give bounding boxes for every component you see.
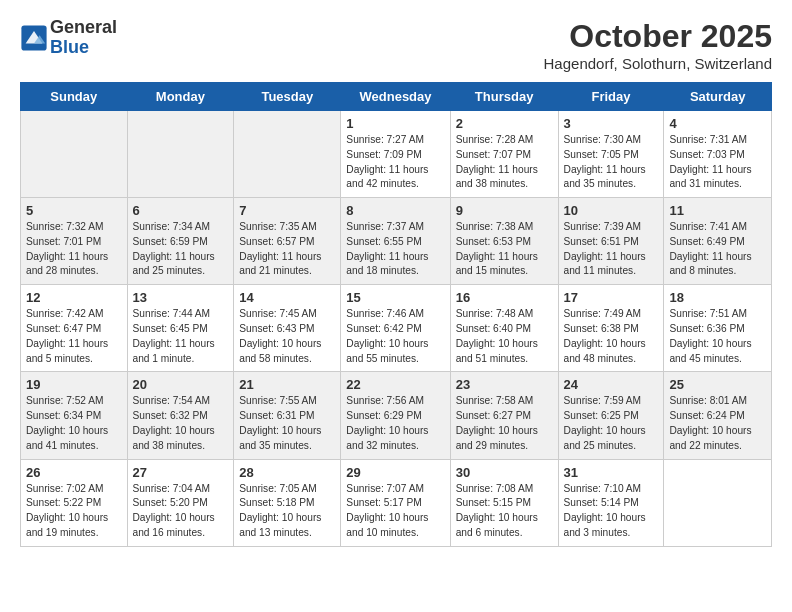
day-info: Sunrise: 7:58 AMSunset: 6:27 PMDaylight:… xyxy=(456,394,553,453)
day-info: Sunrise: 7:02 AMSunset: 5:22 PMDaylight:… xyxy=(26,482,122,541)
day-info: Sunrise: 7:10 AMSunset: 5:14 PMDaylight:… xyxy=(564,482,659,541)
day-info: Sunrise: 7:28 AMSunset: 7:07 PMDaylight:… xyxy=(456,133,553,192)
day-info: Sunrise: 7:31 AMSunset: 7:03 PMDaylight:… xyxy=(669,133,766,192)
table-row: 12Sunrise: 7:42 AMSunset: 6:47 PMDayligh… xyxy=(21,285,128,372)
table-row: 10Sunrise: 7:39 AMSunset: 6:51 PMDayligh… xyxy=(558,198,664,285)
table-row: 17Sunrise: 7:49 AMSunset: 6:38 PMDayligh… xyxy=(558,285,664,372)
day-number: 31 xyxy=(564,465,659,480)
location-title: Hagendorf, Solothurn, Switzerland xyxy=(544,55,772,72)
col-sunday: Sunday xyxy=(21,83,128,111)
calendar-week-row: 26Sunrise: 7:02 AMSunset: 5:22 PMDayligh… xyxy=(21,459,772,546)
day-info: Sunrise: 7:51 AMSunset: 6:36 PMDaylight:… xyxy=(669,307,766,366)
day-info: Sunrise: 7:52 AMSunset: 6:34 PMDaylight:… xyxy=(26,394,122,453)
day-info: Sunrise: 7:38 AMSunset: 6:53 PMDaylight:… xyxy=(456,220,553,279)
day-info: Sunrise: 7:30 AMSunset: 7:05 PMDaylight:… xyxy=(564,133,659,192)
day-info: Sunrise: 7:35 AMSunset: 6:57 PMDaylight:… xyxy=(239,220,335,279)
day-info: Sunrise: 7:32 AMSunset: 7:01 PMDaylight:… xyxy=(26,220,122,279)
table-row: 23Sunrise: 7:58 AMSunset: 6:27 PMDayligh… xyxy=(450,372,558,459)
table-row: 26Sunrise: 7:02 AMSunset: 5:22 PMDayligh… xyxy=(21,459,128,546)
day-number: 3 xyxy=(564,116,659,131)
day-number: 8 xyxy=(346,203,444,218)
day-number: 17 xyxy=(564,290,659,305)
logo-text: General Blue xyxy=(50,18,117,58)
table-row: 6Sunrise: 7:34 AMSunset: 6:59 PMDaylight… xyxy=(127,198,234,285)
table-row: 27Sunrise: 7:04 AMSunset: 5:20 PMDayligh… xyxy=(127,459,234,546)
table-row: 15Sunrise: 7:46 AMSunset: 6:42 PMDayligh… xyxy=(341,285,450,372)
table-row: 11Sunrise: 7:41 AMSunset: 6:49 PMDayligh… xyxy=(664,198,772,285)
day-number: 23 xyxy=(456,377,553,392)
day-info: Sunrise: 7:41 AMSunset: 6:49 PMDaylight:… xyxy=(669,220,766,279)
day-info: Sunrise: 7:46 AMSunset: 6:42 PMDaylight:… xyxy=(346,307,444,366)
day-info: Sunrise: 7:27 AMSunset: 7:09 PMDaylight:… xyxy=(346,133,444,192)
day-number: 30 xyxy=(456,465,553,480)
col-monday: Monday xyxy=(127,83,234,111)
day-info: Sunrise: 7:37 AMSunset: 6:55 PMDaylight:… xyxy=(346,220,444,279)
table-row: 1Sunrise: 7:27 AMSunset: 7:09 PMDaylight… xyxy=(341,111,450,198)
calendar-table: Sunday Monday Tuesday Wednesday Thursday… xyxy=(20,82,772,547)
table-row: 25Sunrise: 8:01 AMSunset: 6:24 PMDayligh… xyxy=(664,372,772,459)
day-number: 18 xyxy=(669,290,766,305)
day-info: Sunrise: 7:04 AMSunset: 5:20 PMDaylight:… xyxy=(133,482,229,541)
day-number: 14 xyxy=(239,290,335,305)
day-number: 21 xyxy=(239,377,335,392)
day-info: Sunrise: 7:34 AMSunset: 6:59 PMDaylight:… xyxy=(133,220,229,279)
day-number: 2 xyxy=(456,116,553,131)
table-row: 24Sunrise: 7:59 AMSunset: 6:25 PMDayligh… xyxy=(558,372,664,459)
col-wednesday: Wednesday xyxy=(341,83,450,111)
col-tuesday: Tuesday xyxy=(234,83,341,111)
table-row: 7Sunrise: 7:35 AMSunset: 6:57 PMDaylight… xyxy=(234,198,341,285)
table-row: 29Sunrise: 7:07 AMSunset: 5:17 PMDayligh… xyxy=(341,459,450,546)
table-row: 2Sunrise: 7:28 AMSunset: 7:07 PMDaylight… xyxy=(450,111,558,198)
table-row: 28Sunrise: 7:05 AMSunset: 5:18 PMDayligh… xyxy=(234,459,341,546)
day-info: Sunrise: 7:05 AMSunset: 5:18 PMDaylight:… xyxy=(239,482,335,541)
day-number: 26 xyxy=(26,465,122,480)
table-row xyxy=(127,111,234,198)
logo: General Blue xyxy=(20,18,117,58)
day-info: Sunrise: 7:49 AMSunset: 6:38 PMDaylight:… xyxy=(564,307,659,366)
table-row xyxy=(664,459,772,546)
day-number: 16 xyxy=(456,290,553,305)
day-info: Sunrise: 7:42 AMSunset: 6:47 PMDaylight:… xyxy=(26,307,122,366)
table-row: 3Sunrise: 7:30 AMSunset: 7:05 PMDaylight… xyxy=(558,111,664,198)
table-row: 20Sunrise: 7:54 AMSunset: 6:32 PMDayligh… xyxy=(127,372,234,459)
day-number: 7 xyxy=(239,203,335,218)
table-row: 30Sunrise: 7:08 AMSunset: 5:15 PMDayligh… xyxy=(450,459,558,546)
logo-general-text: General xyxy=(50,18,117,38)
day-number: 25 xyxy=(669,377,766,392)
table-row: 16Sunrise: 7:48 AMSunset: 6:40 PMDayligh… xyxy=(450,285,558,372)
calendar-week-row: 12Sunrise: 7:42 AMSunset: 6:47 PMDayligh… xyxy=(21,285,772,372)
calendar-week-row: 19Sunrise: 7:52 AMSunset: 6:34 PMDayligh… xyxy=(21,372,772,459)
table-row: 19Sunrise: 7:52 AMSunset: 6:34 PMDayligh… xyxy=(21,372,128,459)
day-info: Sunrise: 7:08 AMSunset: 5:15 PMDaylight:… xyxy=(456,482,553,541)
day-number: 11 xyxy=(669,203,766,218)
day-number: 28 xyxy=(239,465,335,480)
page: General Blue October 2025 Hagendorf, Sol… xyxy=(0,0,792,565)
table-row: 21Sunrise: 7:55 AMSunset: 6:31 PMDayligh… xyxy=(234,372,341,459)
day-info: Sunrise: 7:59 AMSunset: 6:25 PMDaylight:… xyxy=(564,394,659,453)
calendar-week-row: 1Sunrise: 7:27 AMSunset: 7:09 PMDaylight… xyxy=(21,111,772,198)
title-section: October 2025 Hagendorf, Solothurn, Switz… xyxy=(544,18,772,72)
table-row xyxy=(234,111,341,198)
table-row: 13Sunrise: 7:44 AMSunset: 6:45 PMDayligh… xyxy=(127,285,234,372)
day-info: Sunrise: 7:39 AMSunset: 6:51 PMDaylight:… xyxy=(564,220,659,279)
day-number: 27 xyxy=(133,465,229,480)
day-number: 13 xyxy=(133,290,229,305)
table-row: 8Sunrise: 7:37 AMSunset: 6:55 PMDaylight… xyxy=(341,198,450,285)
table-row: 18Sunrise: 7:51 AMSunset: 6:36 PMDayligh… xyxy=(664,285,772,372)
day-info: Sunrise: 7:45 AMSunset: 6:43 PMDaylight:… xyxy=(239,307,335,366)
day-info: Sunrise: 7:44 AMSunset: 6:45 PMDaylight:… xyxy=(133,307,229,366)
table-row: 14Sunrise: 7:45 AMSunset: 6:43 PMDayligh… xyxy=(234,285,341,372)
calendar-header-row: Sunday Monday Tuesday Wednesday Thursday… xyxy=(21,83,772,111)
day-number: 12 xyxy=(26,290,122,305)
day-number: 22 xyxy=(346,377,444,392)
day-number: 9 xyxy=(456,203,553,218)
logo-icon xyxy=(20,24,48,52)
day-info: Sunrise: 7:56 AMSunset: 6:29 PMDaylight:… xyxy=(346,394,444,453)
table-row: 22Sunrise: 7:56 AMSunset: 6:29 PMDayligh… xyxy=(341,372,450,459)
day-number: 19 xyxy=(26,377,122,392)
day-info: Sunrise: 7:07 AMSunset: 5:17 PMDaylight:… xyxy=(346,482,444,541)
table-row: 5Sunrise: 7:32 AMSunset: 7:01 PMDaylight… xyxy=(21,198,128,285)
table-row xyxy=(21,111,128,198)
calendar-week-row: 5Sunrise: 7:32 AMSunset: 7:01 PMDaylight… xyxy=(21,198,772,285)
col-saturday: Saturday xyxy=(664,83,772,111)
